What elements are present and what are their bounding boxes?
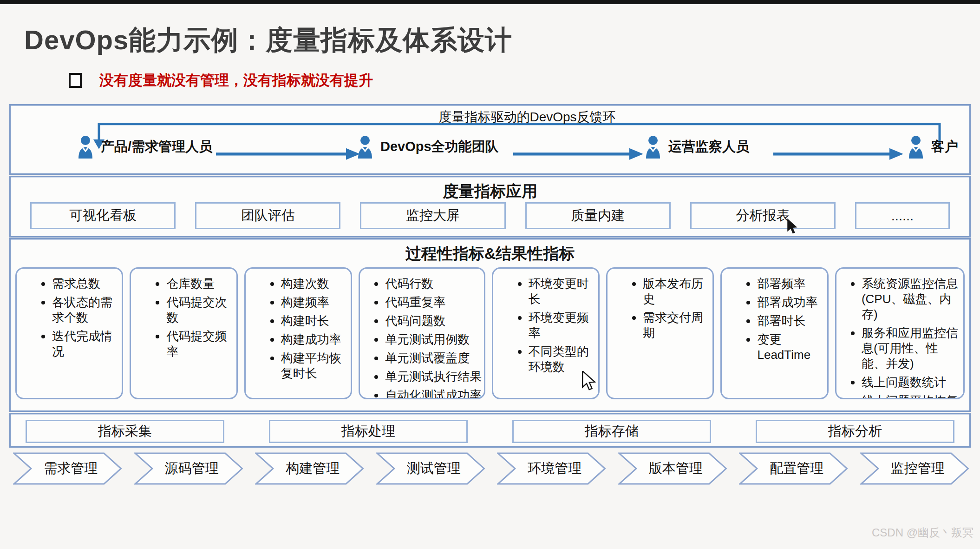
pipeline-stage-label: 监控管理 [860,452,969,485]
metric-item: 变更LeadTime [757,332,825,363]
role-label: 产品/需求管理人员 [101,138,212,156]
pipeline-stage-label: 版本管理 [618,452,727,485]
metric-item: 构建频率 [281,295,349,310]
metric-item: 线上问题数统计 [862,375,961,390]
metric-item: 服务和应用监控信息(可用性、性能、并发) [862,325,961,371]
metric-item: 迭代完成情况 [52,329,120,359]
person-icon [643,135,663,159]
metric-item: 线上问题平均恢复时长 [862,393,961,399]
subtitle-row: 没有度量就没有管理，没有指标就没有提升 [69,71,373,90]
pipeline-row: 需求管理 源码管理 构建管理 测试管理 环境管理 版本管理 配置管理 [13,452,969,485]
mouse-cursor-outline [581,371,598,390]
metric-item: 单元测试执行结果 [385,369,482,384]
metric-item: 部署时长 [757,313,825,329]
proc-box-process: 指标处理 [269,420,468,443]
pipeline-stage-label: 源码管理 [134,452,243,485]
app-box-ellipsis: ...... [855,202,950,229]
role-label: 客户 [931,138,958,156]
metric-item: 代码提交次数 [166,295,234,325]
role-label: DevOps全功能团队 [380,138,499,156]
metric-item: 代码提交频率 [166,329,234,359]
pipeline-stage-build-mgmt: 构建管理 [255,452,364,485]
square-bullet-icon [69,73,82,88]
person-icon [76,135,95,159]
metric-applications-row: 可视化看板 团队评估 监控大屏 质量内建 分析报表 ...... [30,202,950,229]
top-black-strip [0,0,980,4]
metric-item: 仓库数量 [166,276,234,291]
pipeline-stage-label: 测试管理 [376,452,485,485]
app-box-analysis-report: 分析报表 [690,202,836,229]
person-icon [355,135,375,159]
metric-item: 单元测试用例数 [385,332,482,347]
feedback-loop-title: 度量指标驱动的DevOps反馈环 [435,108,619,126]
metric-item: 代码行数 [385,276,482,291]
subtitle-text: 没有度量就没有管理，没有指标就没有提升 [99,71,373,90]
metric-item: 部署频率 [757,276,825,291]
metric-column-monitoring: 系统资源监控信息(CPU、磁盘、内存) 服务和应用监控信息(可用性、性能、并发)… [835,267,965,399]
role-product-manager: 产品/需求管理人员 [76,135,212,159]
proc-box-collect: 指标采集 [26,420,224,443]
app-box-team-evaluation: 团队评估 [195,202,340,229]
metric-column-build: 构建次数 构建频率 构建时长 构建成功率 构建平均恢复时长 [244,267,352,399]
feedback-loop-panel: 度量指标驱动的DevOps反馈环 产品/需求管理人员 DevOps全功能团队 运… [9,104,971,175]
metric-item: 各状态的需求个数 [52,295,120,325]
pipeline-stage-label: 环境管理 [497,452,606,485]
page-title: DevOps能力示例：度量指标及体系设计 [24,22,512,59]
role-customer: 客户 [906,135,958,159]
metric-item: 环境变更频率 [529,310,596,341]
mouse-cursor-solid [786,218,800,234]
app-box-quality-builtin: 质量内建 [525,202,671,229]
pipeline-stage-source-mgmt: 源码管理 [134,452,243,485]
pipeline-stage-env-mgmt: 环境管理 [497,452,606,485]
metric-column-requirements: 需求总数 各状态的需求个数 迭代完成情况 [15,267,123,399]
metrics-title: 过程性指标&结果性指标 [11,243,969,265]
person-icon [906,135,926,159]
metric-item: 需求总数 [52,276,120,291]
metric-item: 构建平均恢复时长 [281,351,349,381]
metric-item: 环境变更时长 [529,276,596,307]
proc-box-store: 指标存储 [512,420,711,443]
app-box-visual-dashboard: 可视化看板 [30,202,176,229]
pipeline-stage-config-mgmt: 配置管理 [739,452,848,485]
role-devops-team: DevOps全功能团队 [355,135,499,159]
pipeline-stage-test-mgmt: 测试管理 [376,452,485,485]
metric-column-deploy: 部署频率 部署成功率 部署时长 变更LeadTime [720,267,828,399]
watermark: CSDN @幽反丶叛冥 [872,525,973,540]
metric-column-source: 仓库数量 代码提交次数 代码提交频率 [130,267,237,399]
metric-item: 单元测试覆盖度 [385,351,482,366]
metric-item: 需求交付周期 [643,310,711,341]
pipeline-stage-label: 需求管理 [13,452,122,485]
pipeline-stage-label: 配置管理 [739,452,848,485]
metric-item: 构建时长 [281,313,349,329]
metric-applications-title: 度量指标应用 [11,181,969,202]
metric-item: 构建次数 [281,276,349,291]
metric-item: 版本发布历史 [643,276,711,307]
pipeline-stage-requirement-mgmt: 需求管理 [13,452,122,485]
metric-item: 不同类型的环境数 [529,344,596,375]
metric-item: 系统资源监控信息(CPU、磁盘、内存) [862,276,961,322]
metric-item: 代码重复率 [385,295,482,310]
metric-item: 自动化测试成功率 [385,388,482,399]
metric-item: 构建成功率 [281,332,349,347]
pipeline-stage-monitor-mgmt: 监控管理 [860,452,969,485]
metric-processing-panel: 指标采集 指标处理 指标存储 指标分析 [9,413,971,448]
role-ops-monitor: 运营监察人员 [643,135,749,159]
metric-processing-row: 指标采集 指标处理 指标存储 指标分析 [26,420,954,443]
metric-item: 代码问题数 [385,313,482,329]
metric-item: 部署成功率 [757,295,825,310]
app-box-monitor-screen: 监控大屏 [360,202,505,229]
metric-column-release: 版本发布历史 需求交付周期 [606,267,714,399]
metrics-columns: 需求总数 各状态的需求个数 迭代完成情况 仓库数量 代码提交次数 代码提交频率 … [15,267,965,399]
metrics-panel: 过程性指标&结果性指标 需求总数 各状态的需求个数 迭代完成情况 仓库数量 代码… [9,238,971,412]
role-label: 运营监察人员 [668,138,749,156]
pipeline-stage-label: 构建管理 [255,452,364,485]
metric-applications-panel: 度量指标应用 可视化看板 团队评估 监控大屏 质量内建 分析报表 ...... [9,176,971,238]
pipeline-stage-version-mgmt: 版本管理 [618,452,727,485]
metric-column-test: 代码行数 代码重复率 代码问题数 单元测试用例数 单元测试覆盖度 单元测试执行结… [359,267,485,399]
proc-box-analyze: 指标分析 [756,420,954,443]
